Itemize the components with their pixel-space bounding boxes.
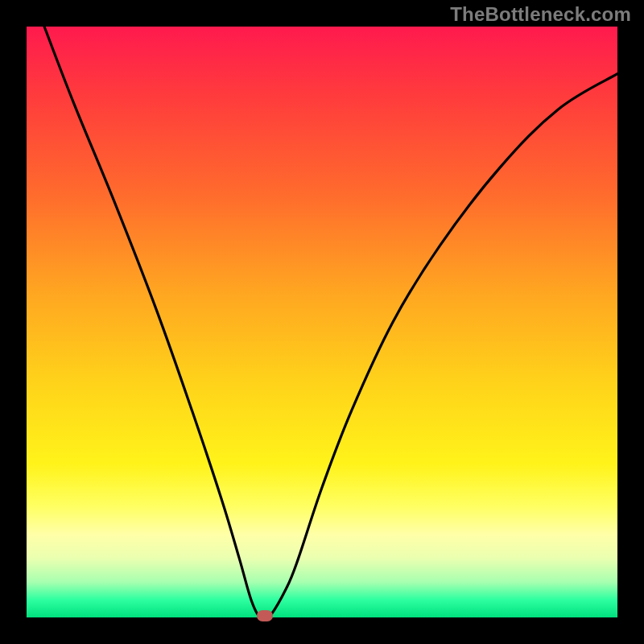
bottleneck-curve [27, 27, 617, 617]
chart-frame: TheBottleneck.com [0, 0, 644, 644]
optimal-marker [257, 610, 273, 621]
plot-area [27, 27, 617, 617]
watermark-text: TheBottleneck.com [450, 3, 631, 26]
